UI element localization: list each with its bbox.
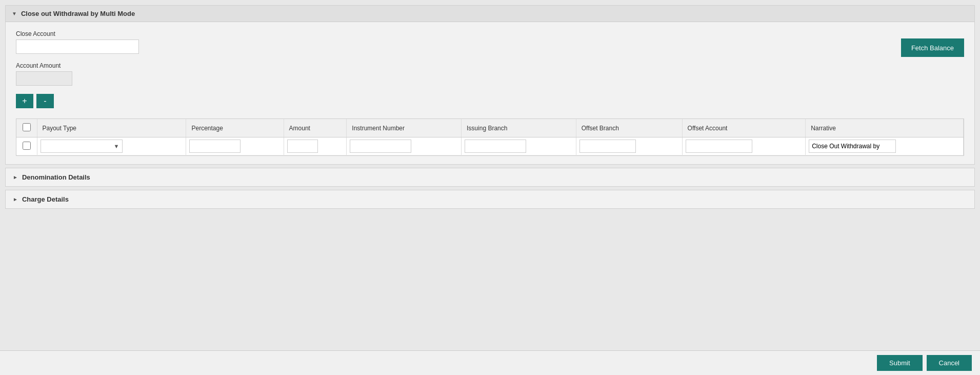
denomination-expand-icon: ► [13,174,18,180]
close-account-label: Close Account [16,30,139,37]
payout-table-container: Payout Type Percentage Amount Instrument… [16,119,964,156]
close-account-input[interactable] [16,40,139,54]
panel-body: Close Account Fetch Balance Account Amou… [6,22,974,164]
instrument-number-input[interactable] [350,140,411,153]
row-checkbox-cell [16,137,37,155]
offset-branch-input[interactable] [579,140,636,153]
col-header-percentage: Percentage [186,119,284,137]
submit-button[interactable]: Submit [877,355,922,371]
row-offset-branch-cell [576,137,682,155]
panel-header: ▼ Close out Withdrawal by Multi Mode [6,6,974,22]
denomination-details-header[interactable]: ► Denomination Details [6,168,974,186]
fetch-balance-button[interactable]: Fetch Balance [901,38,964,57]
percentage-input[interactable] [189,140,241,153]
form-top-row: Close Account Fetch Balance [16,30,964,57]
col-header-payout-type: Payout Type [37,119,186,137]
remove-row-button[interactable]: - [36,94,54,108]
collapse-icon: ▼ [12,11,17,16]
col-header-instrument-number: Instrument Number [347,119,462,137]
add-remove-btn-row: + - [16,94,964,108]
row-offset-account-cell [682,137,806,155]
form-section: Close Account Fetch Balance Account Amou… [16,30,964,156]
select-all-checkbox[interactable] [23,123,31,131]
account-amount-group: Account Amount [16,62,964,86]
row-instrument-number-cell [347,137,462,155]
col-header-offset-branch: Offset Branch [576,119,682,137]
row-issuing-branch-cell [462,137,576,155]
charge-details-title: Charge Details [22,195,69,203]
denomination-details-panel: ► Denomination Details [5,168,975,187]
col-header-issuing-branch: Issuing Branch [462,119,576,137]
narrative-input[interactable] [809,140,896,153]
offset-account-input[interactable] [686,140,752,153]
cancel-button[interactable]: Cancel [927,355,972,371]
footer-bar: Submit Cancel [0,350,980,375]
amount-input[interactable] [287,140,318,153]
row-narrative-cell [806,137,964,155]
account-amount-input[interactable] [16,71,72,86]
col-header-checkbox [16,119,37,137]
col-header-offset-account: Offset Account [682,119,806,137]
table-row: ▼ [16,137,964,155]
main-panel: ▼ Close out Withdrawal by Multi Mode Clo… [5,5,975,165]
payout-table: Payout Type Percentage Amount Instrument… [16,119,964,155]
payout-type-select-wrapper: ▼ [41,140,123,153]
panel-title: Close out Withdrawal by Multi Mode [21,10,135,17]
add-row-button[interactable]: + [16,94,33,108]
account-amount-label: Account Amount [16,62,964,69]
row-percentage-cell [186,137,284,155]
denomination-details-title: Denomination Details [22,173,90,181]
table-header-row: Payout Type Percentage Amount Instrument… [16,119,964,137]
issuing-branch-input[interactable] [465,140,526,153]
row-checkbox[interactable] [23,142,31,150]
col-header-narrative: Narrative [806,119,964,137]
charge-details-panel: ► Charge Details [5,190,975,209]
close-account-group: Close Account [16,30,139,54]
charge-expand-icon: ► [13,196,18,202]
charge-details-header[interactable]: ► Charge Details [6,190,974,208]
row-payout-type-cell: ▼ [37,137,186,155]
row-amount-cell [284,137,347,155]
col-header-amount: Amount [284,119,347,137]
payout-type-select[interactable] [41,140,123,153]
